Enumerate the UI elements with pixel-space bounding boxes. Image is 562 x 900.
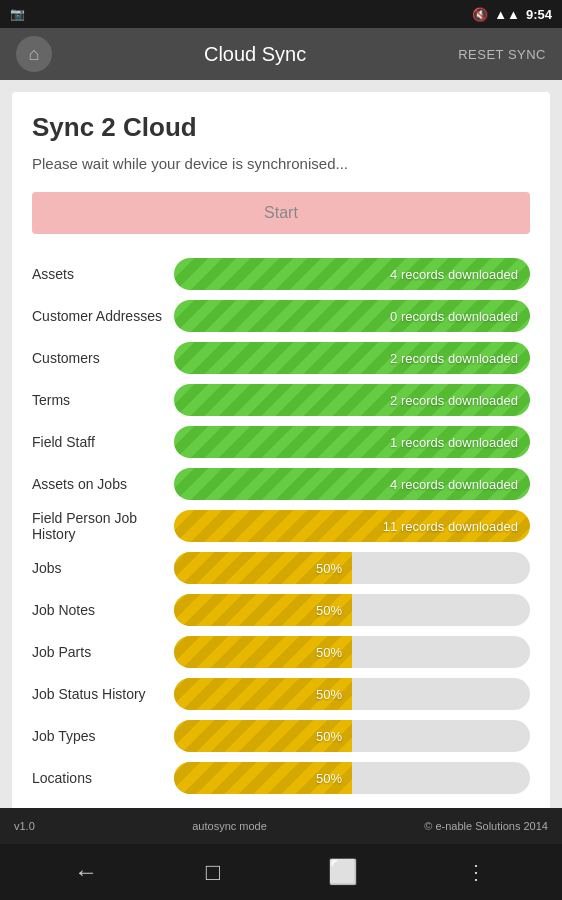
sync-label: Customer Addresses xyxy=(32,308,162,324)
sync-label: Job Notes xyxy=(32,602,162,618)
sync-label: Job Parts xyxy=(32,644,162,660)
sync-row: Job Parts50% xyxy=(32,636,530,668)
progress-bar-half-fill: 50% xyxy=(174,678,352,710)
back-button[interactable]: ← xyxy=(74,858,98,886)
sync-list: Assets4 records downloadedCustomer Addre… xyxy=(32,258,530,794)
progress-bar-full-green: 2 records downloaded xyxy=(174,342,530,374)
recents-button[interactable]: ⬜ xyxy=(328,858,358,886)
sync-row: Locations50% xyxy=(32,762,530,794)
copyright-label: © e-nable Solutions 2014 xyxy=(424,820,548,832)
progress-bar-wrap: 0 records downloaded xyxy=(174,300,530,332)
progress-bar-half: 50% xyxy=(174,762,530,794)
sync-label: Locations xyxy=(32,770,162,786)
progress-bar-wrap: 50% xyxy=(174,720,530,752)
progress-bar-wrap: 4 records downloaded xyxy=(174,258,530,290)
progress-bar-full-green: 2 records downloaded xyxy=(174,384,530,416)
sync-row: Job Types50% xyxy=(32,720,530,752)
time-display: 9:54 xyxy=(526,7,552,22)
progress-bar-full-green: 1 records downloaded xyxy=(174,426,530,458)
progress-bar-half: 50% xyxy=(174,594,530,626)
progress-bar-full-green: 4 records downloaded xyxy=(174,258,530,290)
progress-bar-half-fill: 50% xyxy=(174,636,352,668)
sync-row: Customers2 records downloaded xyxy=(32,342,530,374)
action-bar: ⌂ Cloud Sync RESET SYNC xyxy=(0,28,562,80)
progress-bar-wrap: 4 records downloaded xyxy=(174,468,530,500)
start-button[interactable]: Start xyxy=(32,192,530,234)
sync-label: Field Person Job History xyxy=(32,510,162,542)
progress-bar-wrap: 1 records downloaded xyxy=(174,426,530,458)
status-bar-right: 🔇 ▲▲ 9:54 xyxy=(472,7,552,22)
sync-label: Terms xyxy=(32,392,162,408)
progress-bar-half-fill: 50% xyxy=(174,552,352,584)
card-title: Sync 2 Cloud xyxy=(32,112,530,143)
progress-bar-wrap: 2 records downloaded xyxy=(174,342,530,374)
sync-label: Jobs xyxy=(32,560,162,576)
mute-icon: 🔇 xyxy=(472,7,488,22)
sync-row: Terms2 records downloaded xyxy=(32,384,530,416)
sync-row: Job Status History50% xyxy=(32,678,530,710)
sync-row: Jobs50% xyxy=(32,552,530,584)
progress-bar-wrap: 50% xyxy=(174,552,530,584)
reset-sync-button[interactable]: RESET SYNC xyxy=(458,47,546,62)
sync-row: Field Person Job History11 records downl… xyxy=(32,510,530,542)
sync-label: Job Types xyxy=(32,728,162,744)
progress-bar-half: 50% xyxy=(174,552,530,584)
sync-label: Field Staff xyxy=(32,434,162,450)
progress-bar-wrap: 50% xyxy=(174,762,530,794)
progress-bar-wrap: 50% xyxy=(174,678,530,710)
sync-label: Assets xyxy=(32,266,162,282)
page-title: Cloud Sync xyxy=(204,43,306,66)
card-subtitle: Please wait while your device is synchro… xyxy=(32,155,530,172)
progress-bar-wrap: 2 records downloaded xyxy=(174,384,530,416)
progress-bar-half: 50% xyxy=(174,678,530,710)
nav-bar: ← □ ⬜ ⋮ xyxy=(0,844,562,900)
progress-bar-half-fill: 50% xyxy=(174,720,352,752)
sync-row: Job Notes50% xyxy=(32,594,530,626)
progress-bar-half-fill: 50% xyxy=(174,594,352,626)
version-label: v1.0 xyxy=(14,820,35,832)
sync-card: Sync 2 Cloud Please wait while your devi… xyxy=(12,92,550,808)
wifi-icon: ▲▲ xyxy=(494,7,520,22)
camera-icon: 📷 xyxy=(10,7,25,21)
progress-bar-half: 50% xyxy=(174,636,530,668)
progress-bar-wrap: 50% xyxy=(174,636,530,668)
sync-row: Assets on Jobs4 records downloaded xyxy=(32,468,530,500)
progress-bar-full-green: 0 records downloaded xyxy=(174,300,530,332)
home-button[interactable]: ⌂ xyxy=(16,36,52,72)
sync-label: Customers xyxy=(32,350,162,366)
progress-bar-full-gold: 11 records downloaded xyxy=(174,510,530,542)
home-icon: ⌂ xyxy=(29,44,40,65)
more-button[interactable]: ⋮ xyxy=(466,860,488,884)
bottom-status-bar: v1.0 autosync mode © e-nable Solutions 2… xyxy=(0,808,562,844)
sync-label: Assets on Jobs xyxy=(32,476,162,492)
status-bar: 📷 🔇 ▲▲ 9:54 xyxy=(0,0,562,28)
mode-label: autosync mode xyxy=(192,820,267,832)
sync-label: Job Status History xyxy=(32,686,162,702)
home-nav-button[interactable]: □ xyxy=(206,858,221,886)
progress-bar-half-fill: 50% xyxy=(174,762,352,794)
sync-row: Customer Addresses0 records downloaded xyxy=(32,300,530,332)
main-content: Sync 2 Cloud Please wait while your devi… xyxy=(0,80,562,808)
status-bar-left: 📷 xyxy=(10,7,25,21)
sync-row: Assets4 records downloaded xyxy=(32,258,530,290)
sync-row: Field Staff1 records downloaded xyxy=(32,426,530,458)
progress-bar-full-green: 4 records downloaded xyxy=(174,468,530,500)
progress-bar-wrap: 11 records downloaded xyxy=(174,510,530,542)
progress-bar-wrap: 50% xyxy=(174,594,530,626)
progress-bar-half: 50% xyxy=(174,720,530,752)
